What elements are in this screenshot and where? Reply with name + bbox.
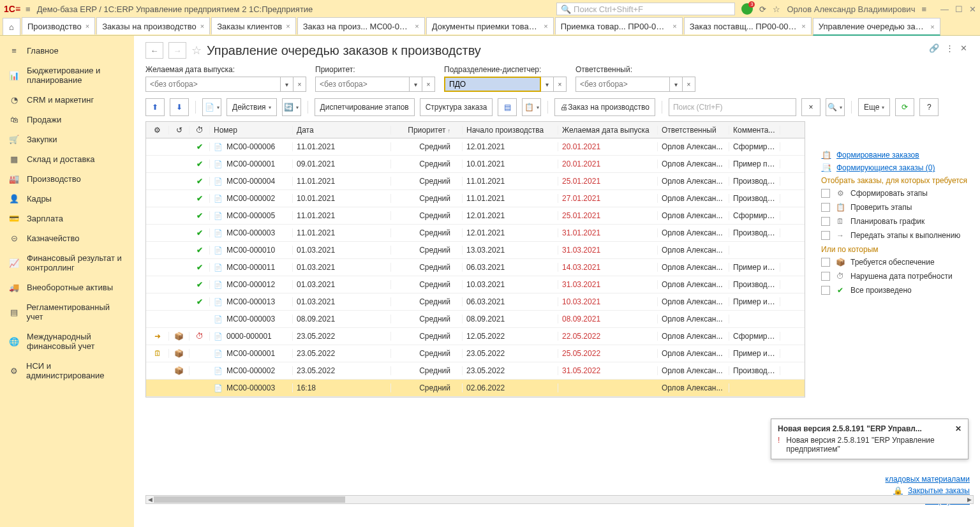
- more-icon[interactable]: ⋮: [946, 43, 954, 53]
- help-button[interactable]: ?: [919, 98, 939, 116]
- move-down-button[interactable]: ⬇: [170, 98, 189, 116]
- favorite-icon[interactable]: ☆: [191, 43, 202, 57]
- refresh-button[interactable]: 🔄▾: [282, 98, 301, 116]
- rpanel-item[interactable]: ⏱Нарушена дата потребности: [821, 272, 971, 281]
- filter-resp-dropdown[interactable]: ▾: [670, 77, 683, 92]
- col-start[interactable]: Начало производства: [463, 126, 558, 135]
- col-comment[interactable]: Коммента...: [729, 126, 780, 135]
- filter-resp-clear[interactable]: ×: [683, 77, 695, 92]
- tab-close-icon[interactable]: ×: [544, 22, 547, 30]
- rpanel-item[interactable]: 📦Требуется обеспечение: [821, 258, 971, 267]
- table-row[interactable]: ✔📄МС00-00001101.03.2021Средний06.03.2021…: [146, 259, 805, 276]
- tab-close-icon[interactable]: ×: [672, 22, 676, 30]
- filter-dept-clear[interactable]: ×: [554, 77, 567, 92]
- home-tab[interactable]: ⌂: [3, 18, 20, 35]
- tab-close-icon[interactable]: ×: [415, 22, 419, 30]
- filter-pri-clear[interactable]: ×: [422, 77, 435, 92]
- sidebar-item[interactable]: 💳Зарплата: [0, 209, 134, 228]
- sidebar-item[interactable]: ▤Регламентированный учет: [0, 297, 134, 327]
- sidebar-item[interactable]: 📈Финансовый результат и контроллинг: [0, 248, 134, 278]
- nav-back-button[interactable]: ←: [145, 42, 163, 59]
- col-resp[interactable]: Ответственный: [658, 126, 729, 135]
- tab[interactable]: Документы приемки товаров...×: [426, 17, 554, 34]
- sidebar-item[interactable]: ⊝Казначейство: [0, 228, 134, 248]
- sidebar-item[interactable]: 👤Кадры: [0, 189, 134, 209]
- rpanel-item[interactable]: 🗓Планировать график: [821, 217, 971, 226]
- menu-icon[interactable]: ≡: [26, 4, 31, 14]
- table-search-input[interactable]: Поиск (Ctrl+F): [669, 98, 796, 116]
- table-row[interactable]: ✔📄МС00-00000109.01.2021Средний10.01.2021…: [146, 156, 805, 173]
- sidebar-item[interactable]: ▦Склад и доставка: [0, 149, 134, 169]
- sidebar-item[interactable]: 🏭Производство: [0, 169, 134, 189]
- table-row[interactable]: 📦📄МС00-00000223.05.2022Средний23.05.2022…: [146, 362, 805, 380]
- filter-due-dropdown[interactable]: ▾: [281, 77, 293, 92]
- table-row[interactable]: ✔📄МС00-00000411.01.2021Средний11.01.2021…: [146, 173, 805, 190]
- tab[interactable]: Управление очередью заказ...×: [813, 18, 940, 36]
- sidebar-item[interactable]: 📊Бюджетирование и планирование: [0, 61, 134, 90]
- tab-close-icon[interactable]: ×: [930, 23, 934, 31]
- print-order-button[interactable]: 🖨 Заказ на производство: [554, 98, 655, 116]
- tab-close-icon[interactable]: ×: [801, 22, 805, 30]
- tab-close-icon[interactable]: ×: [286, 22, 290, 30]
- checkbox[interactable]: [821, 286, 830, 295]
- table-row[interactable]: ✔📄МС00-00000210.01.2021Средний11.01.2021…: [146, 190, 805, 207]
- find-button[interactable]: 🔍▾: [826, 98, 845, 116]
- link-icon[interactable]: 🔗: [929, 43, 939, 53]
- table-row[interactable]: 📄МС00-00000316:18Средний02.06.2022Орлов …: [146, 380, 805, 397]
- rpanel-item[interactable]: ✔Все произведено: [821, 286, 971, 295]
- checkbox[interactable]: [821, 272, 830, 281]
- sidebar-item[interactable]: ≡Главное: [0, 41, 134, 61]
- tab-close-icon[interactable]: ×: [200, 22, 204, 30]
- col-date[interactable]: Дата: [293, 126, 391, 135]
- table-row[interactable]: ✔📄МС00-00001201.03.2021Средний10.03.2021…: [146, 276, 805, 293]
- move-up-button[interactable]: ⬆: [145, 98, 165, 116]
- sidebar-item[interactable]: 🛍Продажи: [0, 110, 134, 130]
- order-structure-button[interactable]: Структура заказа: [420, 98, 493, 116]
- checkbox[interactable]: [821, 203, 830, 212]
- sidebar-item[interactable]: 🌐Международный финансовый учет: [0, 327, 134, 356]
- tab[interactable]: Заказы на производство×: [96, 17, 210, 34]
- table-row[interactable]: 🗓📦📄МС00-00000123.05.2022Средний23.05.202…: [146, 345, 805, 362]
- minimize-icon[interactable]: —: [940, 4, 949, 14]
- tab[interactable]: Заказы клиентов×: [211, 17, 296, 34]
- table-row[interactable]: ✔📄МС00-00001001.03.2021Средний13.03.2021…: [146, 242, 805, 259]
- table-row[interactable]: 📄МС00-00000308.09.2021Средний08.09.20210…: [146, 311, 805, 328]
- dispatch-stages-button[interactable]: Диспетчирование этапов: [315, 98, 415, 116]
- filter-resp-input[interactable]: [575, 77, 670, 92]
- close-page-icon[interactable]: ✕: [960, 43, 967, 53]
- user-name[interactable]: Орлов Александр Владимирович: [787, 4, 915, 14]
- close-icon[interactable]: ✕: [969, 4, 976, 14]
- checkbox[interactable]: [821, 231, 830, 240]
- col-icon2[interactable]: ↺: [169, 126, 189, 135]
- global-search-input[interactable]: 🔍 Поиск Ctrl+Shift+F: [556, 3, 735, 15]
- col-due[interactable]: Желаемая дата выпуска: [558, 126, 658, 135]
- history-icon[interactable]: ⟳: [759, 4, 766, 14]
- checkbox[interactable]: [821, 258, 830, 267]
- table-search-clear[interactable]: ×: [801, 98, 820, 116]
- table-row[interactable]: ✔📄МС00-00001301.03.2021Средний06.03.2021…: [146, 293, 805, 311]
- star-icon[interactable]: ☆: [773, 4, 780, 14]
- checkbox[interactable]: [821, 217, 830, 226]
- rpanel-item[interactable]: 📋Проверить этапы: [821, 203, 971, 212]
- table-row[interactable]: ✔📄МС00-00000311.01.2021Средний12.01.2021…: [146, 225, 805, 242]
- view-button[interactable]: ▤: [498, 98, 517, 116]
- sidebar-item[interactable]: ⚙НСИ и администрирование: [0, 356, 134, 385]
- tab[interactable]: Приемка товар... ПР00-000001×: [555, 17, 683, 34]
- sidebar-item[interactable]: 🛒Закупки: [0, 130, 134, 149]
- filter-pri-input[interactable]: [315, 77, 410, 92]
- table-row[interactable]: ➜📦⏱📄0000-00000123.05.2022Средний12.05.20…: [146, 328, 805, 345]
- tab[interactable]: Заказ на произ... МС00-000010×: [297, 17, 425, 34]
- copy-button[interactable]: 📄▾: [202, 98, 221, 116]
- more-button[interactable]: Еще▾: [858, 98, 890, 116]
- filter-pri-dropdown[interactable]: ▾: [410, 77, 422, 92]
- user-menu-icon[interactable]: ≡: [921, 4, 926, 14]
- sidebar-item[interactable]: ◔CRM и маркетинг: [0, 90, 134, 110]
- warehouse-materials-link[interactable]: кладовых материалами: [886, 475, 970, 484]
- tab[interactable]: Производство×: [22, 17, 95, 34]
- col-icon1[interactable]: ⚙: [146, 126, 169, 135]
- nav-forward-button[interactable]: →: [168, 42, 186, 59]
- filter-due-input[interactable]: [145, 77, 281, 92]
- form-orders-link[interactable]: 📋Формирование заказов: [821, 151, 971, 160]
- report-button[interactable]: 📋▾: [522, 98, 541, 116]
- tab-close-icon[interactable]: ×: [85, 22, 89, 30]
